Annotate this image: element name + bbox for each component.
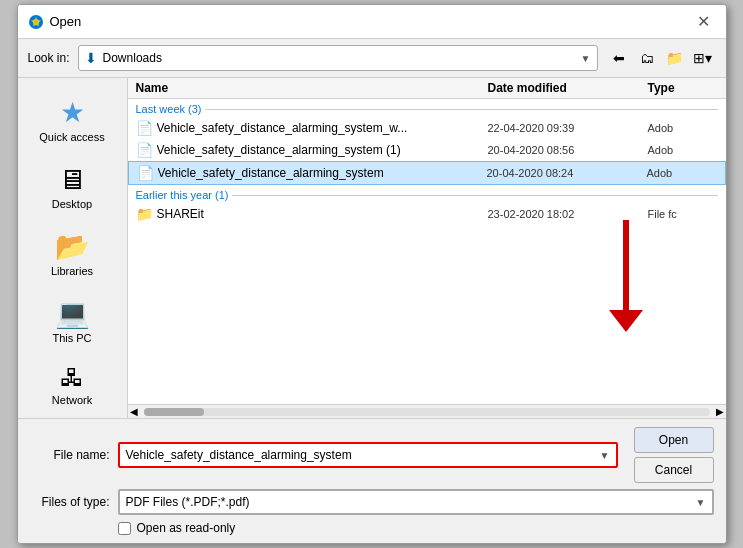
group-label-earlier: Earlier this year (1)	[128, 185, 726, 203]
sidebar-label-network: Network	[52, 394, 92, 406]
readonly-row: Open as read-only	[118, 521, 714, 535]
sidebar-item-quick-access[interactable]: ★ Quick access	[22, 88, 123, 151]
column-header-name: Name	[136, 81, 488, 95]
file-type: Adob	[648, 144, 718, 156]
pdf-icon: 📄	[136, 120, 153, 136]
file-row[interactable]: 📁 SHAREit 23-02-2020 18:02 File fc	[128, 203, 726, 225]
file-name-combo[interactable]: Vehicle_safety_distance_alarming_system …	[118, 442, 618, 468]
file-date: 23-02-2020 18:02	[488, 208, 648, 220]
scroll-left-btn[interactable]: ◀	[128, 406, 140, 417]
files-of-type-row: Files of type: PDF Files (*.PDF;*.pdf) ▼	[30, 489, 714, 515]
file-name: SHAREit	[157, 207, 488, 221]
column-header-date: Date modified	[488, 81, 648, 95]
file-row[interactable]: 📄 Vehicle_safety_distance_alarming_syste…	[128, 117, 726, 139]
file-name-chevron-icon: ▼	[600, 450, 610, 461]
file-date: 22-04-2020 09:39	[488, 122, 648, 134]
file-list-header: Name Date modified Type	[128, 78, 726, 99]
group-label-last-week: Last week (3)	[128, 99, 726, 117]
dialog-icon	[28, 14, 44, 30]
cancel-button[interactable]: Cancel	[634, 457, 714, 483]
file-date: 20-04-2020 08:24	[487, 167, 647, 179]
scroll-track	[144, 408, 710, 416]
pdf-icon: 📄	[136, 142, 153, 158]
network-icon: 🖧	[60, 364, 84, 392]
file-name-label: File name:	[30, 448, 110, 462]
file-name: Vehicle_safety_distance_alarming_system_…	[157, 121, 488, 135]
readonly-label: Open as read-only	[137, 521, 236, 535]
readonly-checkbox[interactable]	[118, 522, 131, 535]
file-row[interactable]: 📄 Vehicle_safety_distance_alarming_syste…	[128, 139, 726, 161]
look-in-label: Look in:	[28, 51, 70, 65]
sidebar-item-network[interactable]: 🖧 Network	[22, 356, 123, 414]
files-of-type-value: PDF Files (*.PDF;*.pdf)	[126, 495, 696, 509]
sidebar-item-desktop[interactable]: 🖥 Desktop	[22, 155, 123, 218]
folder-icon: 📁	[136, 206, 153, 222]
files-of-type-label: Files of type:	[30, 495, 110, 509]
main-content: ★ Quick access 🖥 Desktop 📂 Libraries 💻 T…	[18, 78, 726, 418]
toolbar: Look in: ⬇ Downloads ▼ ⬅ 🗂 📁 ⊞▾	[18, 39, 726, 78]
look-in-value: Downloads	[103, 51, 575, 65]
bottom-area: File name: Vehicle_safety_distance_alarm…	[18, 418, 726, 543]
file-type: File fc	[648, 208, 718, 220]
look-in-arrow-icon: ⬇	[85, 50, 97, 66]
scroll-thumb[interactable]	[144, 408, 204, 416]
file-date: 20-04-2020 08:56	[488, 144, 648, 156]
title-bar: Open ✕	[18, 5, 726, 39]
file-name-value: Vehicle_safety_distance_alarming_system	[126, 448, 600, 462]
files-of-type-chevron-icon: ▼	[696, 497, 706, 508]
chevron-down-icon: ▼	[581, 53, 591, 64]
sidebar-item-libraries[interactable]: 📂 Libraries	[22, 222, 123, 285]
this-pc-icon: 💻	[55, 297, 90, 330]
title-bar-left: Open	[28, 14, 82, 30]
scroll-right-btn[interactable]: ▶	[714, 406, 726, 417]
close-button[interactable]: ✕	[692, 10, 716, 34]
file-list: Last week (3) 📄 Vehicle_safety_distance_…	[128, 99, 726, 404]
sidebar-label-quick-access: Quick access	[39, 131, 104, 143]
libraries-icon: 📂	[55, 230, 90, 263]
dialog-title: Open	[50, 14, 82, 29]
files-of-type-combo[interactable]: PDF Files (*.PDF;*.pdf) ▼	[118, 489, 714, 515]
sidebar-label-this-pc: This PC	[52, 332, 91, 344]
file-name: Vehicle_safety_distance_alarming_system …	[157, 143, 488, 157]
new-folder-button[interactable]: 📁	[662, 45, 688, 71]
view-button[interactable]: ⊞▾	[690, 45, 716, 71]
look-in-combo[interactable]: ⬇ Downloads ▼	[78, 45, 598, 71]
desktop-icon: 🖥	[58, 163, 86, 196]
action-buttons: Open Cancel	[634, 427, 714, 483]
toolbar-buttons: ⬅ 🗂 📁 ⊞▾	[606, 45, 716, 71]
horizontal-scrollbar[interactable]: ◀ ▶	[128, 404, 726, 418]
sidebar-item-this-pc[interactable]: 💻 This PC	[22, 289, 123, 352]
pdf-icon: 📄	[137, 165, 154, 181]
file-name: Vehicle_safety_distance_alarming_system	[158, 166, 487, 180]
file-area: Name Date modified Type Last week (3) 📄 …	[128, 78, 726, 418]
file-name-row: File name: Vehicle_safety_distance_alarm…	[30, 427, 714, 483]
open-button[interactable]: Open	[634, 427, 714, 453]
column-header-type: Type	[648, 81, 718, 95]
open-dialog: Open ✕ Look in: ⬇ Downloads ▼ ⬅ 🗂 📁 ⊞▾ ★…	[17, 4, 727, 544]
file-type: Adob	[647, 167, 717, 179]
up-button[interactable]: 🗂	[634, 45, 660, 71]
back-button[interactable]: ⬅	[606, 45, 632, 71]
sidebar-label-libraries: Libraries	[51, 265, 93, 277]
file-type: Adob	[648, 122, 718, 134]
sidebar-label-desktop: Desktop	[52, 198, 92, 210]
file-row-selected[interactable]: 📄 Vehicle_safety_distance_alarming_syste…	[128, 161, 726, 185]
quick-access-icon: ★	[60, 96, 85, 129]
sidebar: ★ Quick access 🖥 Desktop 📂 Libraries 💻 T…	[18, 78, 128, 418]
